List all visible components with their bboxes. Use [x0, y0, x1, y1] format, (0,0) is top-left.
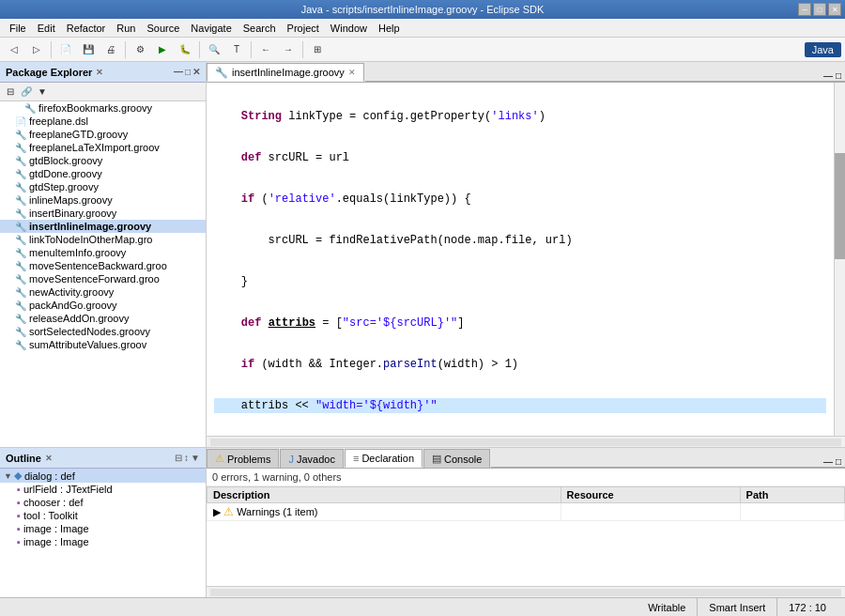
groovy-file-icon: 🔧 [24, 103, 36, 114]
outline-expand-arrow[interactable]: ▼ [4, 471, 12, 481]
package-explorer-maximize[interactable]: □ [185, 67, 191, 77]
tree-item-menuItemInfo[interactable]: 🔧 menuItemInfo.groovy [0, 246, 206, 259]
tree-item-sortSelected[interactable]: 🔧 sortSelectedNodes.groovy [0, 325, 206, 338]
maximize-button[interactable]: □ [813, 3, 826, 16]
menu-run[interactable]: Run [111, 21, 141, 36]
tree-item-insertBinary[interactable]: 🔧 insertBinary.groovy [0, 207, 206, 220]
tree-item-inlineMaps[interactable]: 🔧 inlineMaps.groovy [0, 193, 206, 207]
code-line-4: srcURL = findRelativePath(node.map.file,… [214, 233, 826, 248]
toolbar-run[interactable]: ▶ [152, 39, 173, 60]
minimize-button[interactable]: ─ [798, 3, 811, 16]
outline-collapse-btn[interactable]: ⊟ [175, 453, 182, 463]
outline-item-label: tool : Toolkit [23, 510, 78, 521]
package-explorer-minimize[interactable]: — [174, 67, 183, 77]
expand-warnings-arrow[interactable]: ▶ [213, 506, 221, 517]
problems-maximize-btn[interactable]: □ [836, 456, 841, 467]
warnings-group-label: Warnings (1 item) [237, 506, 317, 517]
tree-item-firefoxBookmarks[interactable]: 🔧 firefoxBookmarks.groovy [0, 101, 206, 115]
col-resource[interactable]: Resource [561, 487, 740, 503]
package-explorer-close[interactable]: ✕ [192, 67, 200, 77]
groovy-file-icon: 🔧 [15, 195, 26, 206]
outline-item-image2[interactable]: ▪ image : Image [0, 535, 206, 548]
tab-console[interactable]: ▤ Console [423, 449, 490, 468]
java-perspective-badge[interactable]: Java [805, 42, 841, 57]
outline-menu-btn[interactable]: ▼ [191, 453, 200, 463]
menu-edit[interactable]: Edit [32, 21, 61, 36]
tree-label: insertInlineImage.groovy [29, 221, 151, 232]
outline-item-urlField[interactable]: ▪ urlField : JTextField [0, 483, 206, 496]
tree-item-insertInlineImage[interactable]: 🔧 insertInlineImage.groovy [0, 220, 206, 233]
outline-item-chooser[interactable]: ▪ chooser : def [0, 496, 206, 509]
close-button[interactable]: ✕ [828, 3, 841, 16]
tree-item-sumAttr[interactable]: 🔧 sumAttributeValues.groov [0, 338, 206, 351]
tree-item-moveSentenceFwd[interactable]: 🔧 moveSentenceForward.groo [0, 272, 206, 285]
tab-declaration[interactable]: ≡ Declaration [345, 449, 422, 468]
toolbar-search[interactable]: 🔍 [204, 39, 224, 60]
tree-item-gtdBlock[interactable]: 🔧 gtdBlock.groovy [0, 154, 206, 167]
tab-console-label: Console [444, 454, 482, 465]
window-controls[interactable]: ─ □ ✕ [798, 3, 841, 16]
outline-sort-btn[interactable]: ↕ [184, 453, 189, 463]
tree-item-freeplane-dsl[interactable]: 📄 freeplane.dsl [0, 115, 206, 128]
toolbar-perspective[interactable]: ⊞ [307, 39, 328, 60]
tab-javadoc-label: Javadoc [297, 454, 335, 465]
editor-tab-insertInlineImage[interactable]: 🔧 insertInlineImage.groovy ✕ [207, 63, 364, 82]
toolbar-forward[interactable]: ▷ [26, 39, 47, 60]
tree-item-freeplaneLatex[interactable]: 🔧 freeplaneLaTeXImport.groov [0, 141, 206, 154]
outline-item-dialog[interactable]: ▼ ◆ dialog : def [0, 469, 206, 483]
editor-content[interactable]: String linkType = config.getProperty('li… [207, 83, 845, 436]
outline-panel: Outline ✕ ⊟ ↕ ▼ ▼ ◆ dialog : def ▪ urlFi… [0, 448, 207, 597]
outline-item-image1[interactable]: ▪ image : Image [0, 522, 206, 535]
toolbar-next-edit[interactable]: → [278, 39, 299, 60]
menu-file[interactable]: File [4, 21, 32, 36]
editor-hscrollbar[interactable] [207, 436, 845, 447]
groovy-file-icon: 🔧 [15, 261, 26, 271]
tab-label: insertInlineImage.groovy [232, 67, 345, 78]
tree-item-gtdDone[interactable]: 🔧 gtdDone.groovy [0, 167, 206, 180]
tree-item-newActivity[interactable]: 🔧 newActivity.groovy [0, 285, 206, 299]
code-line-6: def attribs = ["src='${srcURL}'"] [214, 316, 826, 331]
editor-maximize-btn[interactable]: □ [836, 70, 841, 81]
outline-item-tool[interactable]: ▪ tool : Toolkit [0, 509, 206, 522]
menu-refactor[interactable]: Refactor [61, 21, 112, 36]
problems-hscrollbar[interactable] [207, 586, 845, 597]
editor-scroll-indicator[interactable] [834, 83, 845, 436]
menu-help[interactable]: Help [373, 21, 406, 36]
outline-controls: ⊟ ↕ ▼ [175, 453, 200, 463]
class-icon: ◆ [14, 470, 22, 482]
tree-item-gtdStep[interactable]: 🔧 gtdStep.groovy [0, 180, 206, 193]
tree-item-moveSentenceBack[interactable]: 🔧 moveSentenceBackward.groo [0, 259, 206, 272]
menu-project[interactable]: Project [282, 21, 325, 36]
code-editor[interactable]: String linkType = config.getProperty('li… [207, 83, 834, 436]
toolbar-print[interactable]: 🖨 [100, 39, 121, 60]
menu-search[interactable]: Search [238, 21, 282, 36]
tab-problems[interactable]: ⚠ Problems [207, 449, 279, 468]
tab-javadoc[interactable]: J Javadoc [280, 449, 343, 468]
col-path[interactable]: Path [740, 487, 844, 503]
menu-window[interactable]: Window [325, 21, 373, 36]
pkg-collapse-all[interactable]: ⊟ [3, 85, 18, 100]
pkg-menu[interactable]: ▼ [35, 85, 50, 100]
tree-item-linkToNode[interactable]: 🔧 linkToNodeInOtherMap.gro [0, 233, 206, 246]
menu-navigate[interactable]: Navigate [185, 21, 237, 36]
toolbar-prev-edit[interactable]: ← [255, 39, 276, 60]
menu-source[interactable]: Source [141, 21, 185, 36]
pkg-link-editor[interactable]: 🔗 [19, 85, 34, 100]
problems-minimize-btn[interactable]: — [823, 456, 833, 467]
warnings-group-row[interactable]: ▶ ⚠ Warnings (1 item) [207, 503, 845, 521]
toolbar-debug[interactable]: 🐛 [175, 39, 195, 60]
tree-item-packAndGo[interactable]: 🔧 packAndGo.groovy [0, 299, 206, 312]
toolbar-save[interactable]: 💾 [78, 39, 99, 60]
tree-item-releaseAddOn[interactable]: 🔧 releaseAddOn.groovy [0, 312, 206, 325]
editor-minimize-btn[interactable]: — [823, 70, 833, 81]
toolbar-new[interactable]: 📄 [55, 39, 76, 60]
tab-declaration-label: Declaration [361, 453, 414, 464]
toolbar-build[interactable]: ⚙ [130, 39, 150, 60]
tab-close-button[interactable]: ✕ [348, 68, 356, 77]
toolbar-back[interactable]: ◁ [4, 39, 24, 60]
col-description[interactable]: Description [207, 487, 561, 503]
warnings-path-cell [740, 503, 844, 521]
toolbar-open-type[interactable]: T [226, 39, 247, 60]
groovy-file-icon: 🔧 [15, 300, 26, 311]
tree-item-freeplaneGTD[interactable]: 🔧 freeplaneGTD.groovy [0, 128, 206, 141]
